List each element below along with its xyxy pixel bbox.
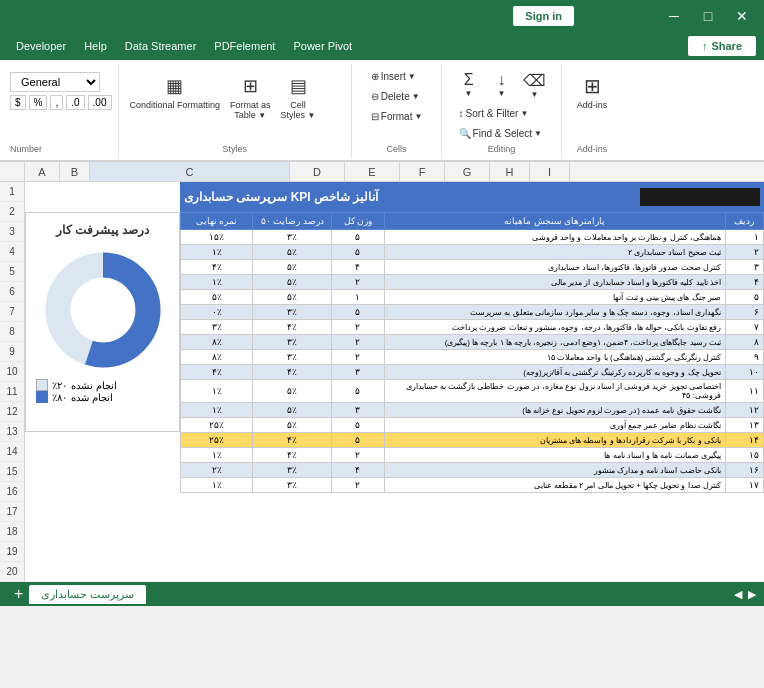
kpi-cell-perc: ۴٪ [253, 320, 332, 335]
add-sheet-button[interactable]: + [14, 585, 23, 603]
percent-button[interactable]: % [29, 95, 48, 110]
col-c[interactable]: C [90, 162, 290, 181]
row-num-16: 16 [0, 482, 24, 502]
menu-help[interactable]: Help [76, 36, 115, 56]
kpi-row: ۱۷کنترل صدا و تحویل چکها + تحویل مالی ام… [181, 478, 764, 493]
col-a[interactable]: A [25, 162, 60, 181]
kpi-cell-score: ۱٪ [181, 448, 253, 463]
chart-legend: انجام نشده ٪۲۰ انجام شده ٪۸۰ [36, 379, 169, 403]
kpi-title: آنالیز شاخص KPI سرپرستی حسابداری [184, 190, 378, 204]
delete-button[interactable]: ⊖ Delete▼ [366, 88, 428, 105]
kpi-cell-weight: ۵ [332, 305, 385, 320]
menu-data-streamer[interactable]: Data Streamer [117, 36, 205, 56]
comma-button[interactable]: , [50, 95, 63, 110]
kpi-cell-score: ۲۵٪ [181, 433, 253, 448]
number-format-dropdown[interactable]: General [10, 72, 100, 92]
col-b[interactable]: B [60, 162, 90, 181]
kpi-cell-num: ۵ [725, 290, 763, 305]
kpi-cell-perc: ۳٪ [253, 305, 332, 320]
kpi-cell-param: هماهنگی، کنترل و نظارت بر واحد معاملات و… [384, 230, 725, 245]
kpi-cell-score: ۱٪ [181, 478, 253, 493]
row-num-19: 19 [0, 542, 24, 562]
minimize-button[interactable]: ─ [660, 2, 688, 30]
kpi-cell-param: ثبت رسید جایگاهای پرداخت، ۴ضمن، ۱وضع ادم… [384, 335, 725, 350]
col-h[interactable]: H [490, 162, 530, 181]
find-icon: 🔍 [459, 128, 471, 139]
conditional-formatting-icon: ▦ [161, 72, 189, 100]
kpi-row: ۱۴بانکی و بکار با شرکت رقراردادها و واسط… [181, 433, 764, 448]
kpi-cell-score: ۱٪ [181, 275, 253, 290]
format-as-table-button[interactable]: ⊞ Format as Table ▼ [225, 68, 276, 124]
kpi-cell-score: ۴٪ [181, 365, 253, 380]
legend-value-complete: ٪۸۰ [52, 392, 67, 403]
currency-button[interactable]: $ [10, 95, 26, 110]
cell-styles-icon: ▤ [284, 72, 312, 100]
cell-styles-button[interactable]: ▤ Cell Styles ▼ [276, 68, 321, 124]
kpi-cell-weight: ۵ [332, 418, 385, 433]
addins-button[interactable]: ⊞ Add-ins [572, 68, 613, 114]
sum-icon: Σ [464, 71, 474, 89]
row-num-13: 13 [0, 422, 24, 442]
sort-filter-button[interactable]: ↕ Sort & Filter▼ [454, 105, 534, 122]
kpi-cell-perc: ۳٪ [253, 230, 332, 245]
delete-icon: ⊖ [371, 91, 379, 102]
fill-icon: ↓ [498, 71, 506, 89]
kpi-cell-perc: ۳٪ [253, 463, 332, 478]
row-number-header [0, 162, 25, 181]
kpi-row: ۱۱اختصاصی تجویز خرید فروشی از اسناد نزول… [181, 380, 764, 403]
styles-group-label: Styles [125, 142, 346, 154]
row-num-11: 11 [0, 382, 24, 402]
conditional-formatting-button[interactable]: ▦ Conditional Formatting [125, 68, 226, 114]
col-i[interactable]: I [530, 162, 570, 181]
kpi-row: ۷رفع تفاوت بانکی، حواله ها، فاکتورها، در… [181, 320, 764, 335]
decrease-decimal-button[interactable]: .0 [66, 95, 84, 110]
find-select-button[interactable]: 🔍 Find & Select▼ [454, 125, 547, 142]
share-button[interactable]: ↑ Share [688, 36, 756, 56]
fill-button[interactable]: ↓ ▼ [487, 68, 517, 102]
row-num-12: 12 [0, 402, 24, 422]
col-d[interactable]: D [290, 162, 345, 181]
sheet-tab[interactable]: سرپرست حسابداری [29, 585, 146, 604]
kpi-row: ۵صبر جنگ های پیش بینی و ثبت آنها۱۵٪۵٪ [181, 290, 764, 305]
col-header-perc: درصد رضایت ۵۰ [253, 213, 332, 230]
share-icon: ↑ [702, 40, 708, 52]
row-num-5: 5 [0, 262, 24, 282]
format-button[interactable]: ⊟ Format▼ [366, 108, 428, 125]
kpi-cell-num: ۲ [725, 245, 763, 260]
sign-in-button[interactable]: Sign in [513, 6, 574, 26]
kpi-cell-weight: ۳ [332, 365, 385, 380]
kpi-cell-weight: ۲ [332, 335, 385, 350]
sum-button[interactable]: Σ ▼ [454, 68, 484, 102]
clear-button[interactable]: ⌫ ▼ [520, 68, 550, 102]
kpi-cell-perc: ۵٪ [253, 418, 332, 433]
insert-icon: ⊕ [371, 71, 379, 82]
close-button[interactable]: ✕ [728, 2, 756, 30]
kpi-cell-perc: ۴٪ [253, 365, 332, 380]
col-g[interactable]: G [445, 162, 490, 181]
menu-pdfelement[interactable]: PDFelement [206, 36, 283, 56]
col-f[interactable]: F [400, 162, 445, 181]
kpi-cell-num: ۱۱ [725, 380, 763, 403]
editing-group-label: Editing [488, 142, 516, 154]
kpi-cell-score: ۲۵٪ [181, 418, 253, 433]
maximize-button[interactable]: □ [694, 2, 722, 30]
status-bar-right: ◀ ▶ [734, 588, 756, 601]
chart-container: درصد پیشرفت کار انجام نشده ٪۲۰ انجام شده [25, 212, 180, 432]
spreadsheet-area: 1234567891011121314151617181920212223242… [0, 182, 764, 582]
kpi-cell-num: ۱۴ [725, 433, 763, 448]
increase-decimal-button[interactable]: .00 [88, 95, 112, 110]
kpi-cell-score: ۱۵٪ [181, 230, 253, 245]
row-num-17: 17 [0, 502, 24, 522]
nav-right-icon[interactable]: ▶ [748, 588, 756, 601]
menu-bar: Developer Help Data Streamer PDFelement … [0, 32, 764, 60]
kpi-cell-param: اختصاصی تجویز خرید فروشی از اسناد نزول ن… [384, 380, 725, 403]
legend-value-incomplete: ٪۲۰ [52, 380, 67, 391]
col-e[interactable]: E [345, 162, 400, 181]
kpi-cell-param: بانکی و بکار با شرکت رقراردادها و واسطه … [384, 433, 725, 448]
menu-developer[interactable]: Developer [8, 36, 74, 56]
insert-button[interactable]: ⊕ Insert▼ [366, 68, 428, 85]
menu-power-pivot[interactable]: Power Pivot [285, 36, 360, 56]
nav-left-icon[interactable]: ◀ [734, 588, 742, 601]
addins-group-label: Add-ins [577, 142, 608, 154]
kpi-cell-weight: ۲ [332, 320, 385, 335]
